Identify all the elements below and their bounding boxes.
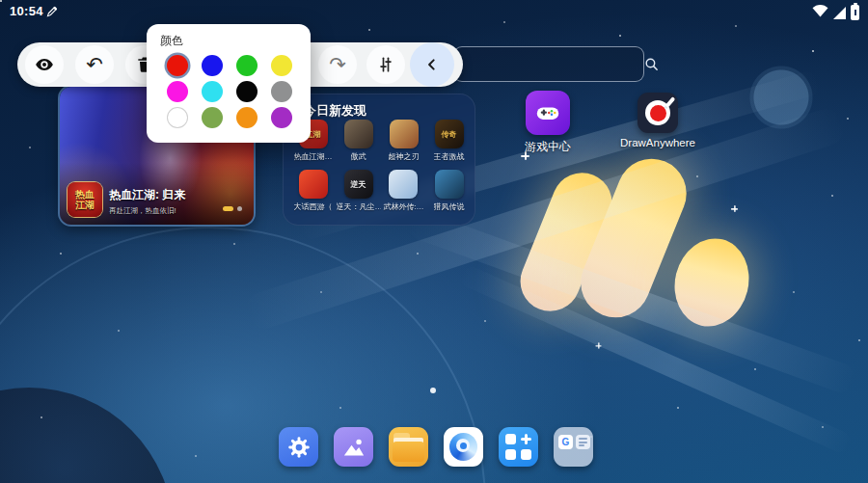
stylus-icon — [45, 5, 58, 22]
undo-icon: ↶ — [86, 55, 103, 75]
app-market-icon — [505, 434, 516, 444]
color-swatch-magenta[interactable] — [167, 81, 188, 102]
widget-app-icon: 逆天 — [344, 170, 373, 199]
color-grid — [167, 55, 306, 133]
widget-app-icon — [299, 170, 328, 199]
collapse-toolbar-button[interactable] — [410, 42, 454, 87]
dock-app-market[interactable] — [499, 427, 538, 467]
color-swatch-black[interactable] — [236, 81, 258, 102]
clock: 10:54 — [10, 4, 43, 18]
undo-button[interactable]: ↶ — [75, 45, 114, 84]
page-dot-active — [223, 206, 233, 211]
color-picker-popup: 颜色 — [147, 24, 311, 143]
promo-app-icon-text: 江湖 — [75, 200, 95, 210]
promo-title: 热血江湖: 归来 — [109, 187, 185, 203]
widget-app-icon — [435, 170, 464, 199]
promo-info: 热血 江湖 热血江湖: 归来 再赴江湖，热血依旧! — [68, 182, 185, 217]
widget-app-icon: 传奇 — [435, 120, 464, 148]
color-picker-title: 颜色 — [160, 33, 183, 49]
widget-app[interactable]: 傲武 — [344, 120, 373, 170]
page-dot — [237, 206, 242, 211]
promo-subtitle: 再赴江湖，热血依旧! — [109, 206, 185, 216]
color-swatch-blue[interactable] — [202, 55, 223, 76]
mini-app-icon — [576, 435, 590, 449]
widget-app-label: 猎风传说 — [434, 201, 465, 212]
dock-settings[interactable] — [279, 427, 318, 467]
redo-icon: ↷ — [329, 55, 346, 75]
widget-app[interactable]: 逆天逆天：凡尘… — [337, 170, 381, 220]
search-bar[interactable] — [453, 46, 644, 82]
redo-button[interactable]: ↷ — [318, 45, 357, 84]
app-label: 游戏中心 — [525, 139, 571, 155]
discovery-widget: 今日新发现 江湖热血江湖…傲武超神之刃传奇王者激战大话西游（逆天逆天：凡尘…武林… — [283, 94, 475, 226]
color-swatch-red[interactable] — [167, 55, 188, 76]
widget-app-label: 超神之刃 — [389, 151, 420, 162]
promo-app-icon-text: 热血 — [75, 189, 95, 200]
widget-app-label: 武林外传:… — [383, 201, 423, 212]
chevron-left-icon — [422, 55, 442, 74]
dock-google-folder[interactable]: G — [554, 427, 593, 467]
app-label: DrawAnywhere — [620, 137, 695, 148]
dock-gallery[interactable] — [334, 427, 373, 467]
widget-app-icon — [344, 120, 373, 148]
game-center-icon — [526, 91, 570, 135]
widget-app-label: 傲武 — [351, 151, 366, 162]
widget-app[interactable]: 传奇王者激战 — [434, 120, 465, 170]
discovery-grid: 江湖热血江湖…傲武超神之刃传奇王者激战大话西游（逆天逆天：凡尘…武林外传:…猎风… — [290, 120, 472, 220]
gallery-icon — [340, 434, 366, 460]
promo-app-icon[interactable]: 热血 江湖 — [68, 182, 102, 217]
color-swatch-gray[interactable] — [271, 81, 292, 102]
eye-button[interactable] — [25, 45, 64, 84]
app-game-center[interactable]: 游戏中心 — [503, 91, 592, 155]
app-draw-anywhere[interactable]: DrawAnywhere — [611, 93, 704, 148]
discovery-widget-title: 今日新发现 — [304, 102, 366, 120]
page-indicator — [223, 206, 242, 211]
widget-app-label: 逆天：凡尘… — [337, 201, 381, 212]
widget-app-icon — [389, 170, 418, 199]
widget-app[interactable]: 超神之刃 — [389, 120, 420, 170]
widget-app-icon — [390, 120, 419, 148]
eye-icon — [34, 54, 55, 75]
color-swatch-orange[interactable] — [236, 107, 258, 128]
battery-icon — [851, 5, 859, 20]
status-bar: 10:54 — [0, 0, 868, 23]
widget-app[interactable]: 武林外传:… — [383, 170, 423, 220]
dock-files[interactable] — [389, 427, 428, 467]
color-swatch-yellow[interactable] — [271, 55, 292, 76]
dock: G — [0, 427, 868, 470]
color-swatch-green[interactable] — [236, 55, 258, 76]
wifi-icon — [812, 4, 828, 21]
adjust-button[interactable] — [366, 45, 405, 84]
search-input[interactable] — [454, 57, 643, 71]
cellular-icon — [833, 7, 846, 19]
widget-app-label: 热血江湖… — [294, 151, 333, 162]
widget-app-label: 大话西游（ — [294, 201, 333, 212]
widget-app[interactable]: 大话西游（ — [294, 170, 333, 220]
color-swatch-white[interactable] — [167, 107, 188, 128]
widget-app[interactable]: 猎风传说 — [434, 170, 465, 220]
sparkle-icon — [595, 342, 601, 348]
adjust-sliders-icon — [376, 55, 395, 74]
google-icon: G — [558, 435, 573, 449]
widget-app-label: 王者激战 — [434, 151, 465, 162]
gear-icon — [285, 434, 312, 460]
sparkle-icon — [731, 205, 738, 212]
color-swatch-cyan[interactable] — [202, 81, 223, 102]
dock-browser[interactable] — [444, 427, 483, 467]
search-icon[interactable] — [643, 56, 660, 72]
color-swatch-olive[interactable] — [202, 107, 223, 128]
draw-anywhere-icon — [637, 93, 678, 133]
color-swatch-purple[interactable] — [271, 107, 292, 128]
